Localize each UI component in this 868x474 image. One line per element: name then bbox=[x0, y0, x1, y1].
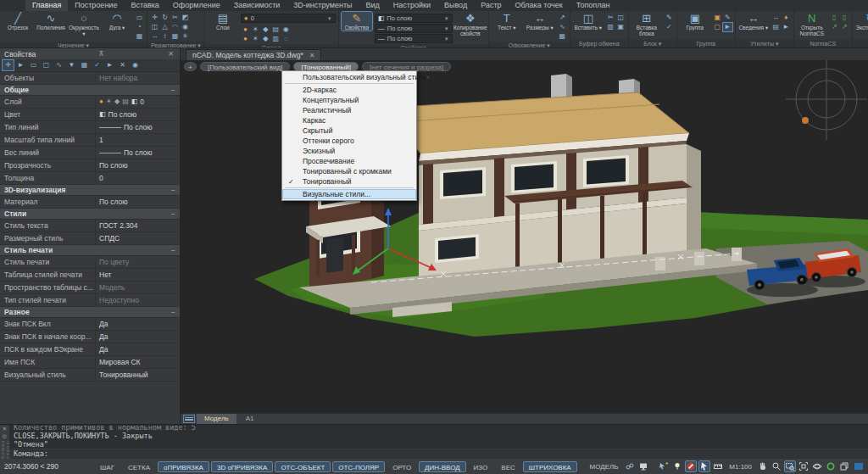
property-value[interactable]: Да bbox=[95, 331, 180, 343]
stretch-icon[interactable]: ↔ bbox=[150, 32, 159, 41]
mirror-icon[interactable]: △ bbox=[160, 23, 170, 31]
zoomext-icon[interactable] bbox=[798, 460, 810, 472]
rotate-icon[interactable]: ↻ bbox=[160, 14, 170, 22]
ribbon-button-pencil[interactable]: ✎Свойства bbox=[342, 12, 372, 31]
property-combo-0[interactable]: ◧По слою▼ bbox=[375, 14, 453, 23]
property-value[interactable]: Да bbox=[95, 318, 180, 330]
table-icon[interactable]: ▦ bbox=[558, 32, 567, 41]
toggle-ИЗО[interactable]: ИЗО bbox=[468, 461, 494, 472]
edge-icon[interactable] bbox=[852, 460, 864, 472]
block-edit-icon[interactable]: ✎ bbox=[665, 14, 674, 22]
menu-tab-Оформление[interactable]: Оформление bbox=[166, 0, 227, 11]
property-value[interactable]: Да bbox=[95, 343, 180, 355]
property-value[interactable]: По слою bbox=[95, 121, 180, 133]
property-section-Стиль печати[interactable]: Стиль печати− bbox=[0, 245, 180, 256]
ribbon-button-text[interactable]: TТекст ▾ bbox=[492, 12, 522, 31]
model-viewport[interactable]: +[Пользовательский вид][Тонированный][не… bbox=[181, 60, 868, 413]
property-value[interactable]: Модель bbox=[95, 282, 180, 293]
menu-item-Тонированный[interactable]: ✓Тонированный bbox=[282, 176, 416, 187]
collapse-icon[interactable]: − bbox=[171, 209, 175, 218]
command-prompt[interactable]: Команда: bbox=[9, 449, 868, 459]
toggle-ОРТО[interactable]: ОРТО bbox=[387, 461, 417, 472]
eye-icon[interactable]: ◉ bbox=[281, 25, 291, 34]
toggle-ОТС-ПОЛЯР[interactable]: ОТС-ПОЛЯР bbox=[332, 461, 385, 472]
bulbW-icon[interactable] bbox=[671, 460, 683, 472]
property-value[interactable]: ◧По слою bbox=[95, 109, 180, 120]
toggle-ВЕС[interactable]: ВЕС bbox=[495, 461, 520, 472]
property-value[interactable]: ГОСТ 2.304 bbox=[95, 220, 180, 231]
property-value[interactable]: По цвету bbox=[95, 256, 180, 268]
group-pick-icon[interactable]: ► bbox=[723, 23, 732, 31]
zoomwin-icon[interactable] bbox=[784, 460, 796, 472]
ncs-doc2-icon[interactable]: ▯ bbox=[840, 14, 849, 22]
sheets-icon[interactable] bbox=[838, 460, 850, 472]
filter-icon[interactable]: ▼ bbox=[66, 60, 77, 70]
copy-base-icon[interactable]: ▥ bbox=[606, 23, 615, 31]
menu-item-Просвечивание[interactable]: Просвечивание bbox=[282, 156, 416, 166]
property-value[interactable]: СПДС bbox=[95, 232, 180, 244]
pointer-icon[interactable]: ► bbox=[15, 60, 26, 70]
match-props-icon[interactable]: ✓ bbox=[92, 60, 103, 70]
order-icon[interactable]: ▤ bbox=[771, 23, 781, 31]
menu-tab-Растр[interactable]: Растр bbox=[474, 0, 508, 11]
select-sim-icon[interactable]: ► bbox=[782, 23, 791, 31]
collapse-icon[interactable]: − bbox=[171, 86, 175, 94]
property-value[interactable]: Недоступно bbox=[95, 294, 180, 306]
menu-tab-Построение[interactable]: Построение bbox=[68, 0, 124, 11]
layout-tab-Модель[interactable]: Модель bbox=[197, 414, 236, 424]
command-close-icon[interactable]: ✕ bbox=[3, 426, 8, 432]
menu-tab-Зависимости[interactable]: Зависимости bbox=[227, 0, 287, 11]
crossing-select-icon[interactable]: ▢ bbox=[41, 60, 52, 70]
move-icon[interactable]: ✛ bbox=[150, 14, 159, 22]
zoomdot-icon[interactable] bbox=[771, 460, 782, 472]
menu-tab-Настройки[interactable]: Настройки bbox=[387, 0, 437, 11]
viewport-pill-Пользовательский вид[interactable]: [Пользовательский вид] bbox=[200, 62, 290, 71]
property-section-3D-визуализация[interactable]: 3D-визуализация− bbox=[0, 185, 180, 196]
cut-icon[interactable]: ✂ bbox=[606, 14, 615, 22]
property-value[interactable]: По слою bbox=[95, 196, 180, 208]
layer-combo[interactable]: ●0▼ bbox=[241, 14, 336, 23]
ncs-doc-icon[interactable]: ▯ bbox=[830, 14, 839, 22]
toggle-ШАГ[interactable]: ШАГ bbox=[94, 461, 120, 472]
erase-icon[interactable]: ◩ bbox=[181, 14, 190, 22]
pointer-alt-icon[interactable]: ► bbox=[104, 60, 115, 70]
viewport-collapse-button[interactable]: + bbox=[184, 62, 197, 71]
menu-tab-Вставка[interactable]: Вставка bbox=[124, 0, 165, 11]
lock-icon[interactable]: ◆ bbox=[261, 25, 270, 34]
window-select-icon[interactable]: ▭ bbox=[28, 60, 39, 70]
link-icon[interactable] bbox=[624, 460, 636, 472]
group-add-icon[interactable]: ▢ bbox=[713, 23, 722, 31]
menu-tab-Облака точек[interactable]: Облака точек bbox=[509, 0, 570, 11]
menu-item-Скрытый[interactable]: Скрытый bbox=[282, 125, 416, 136]
property-section-Общие[interactable]: Общие− bbox=[0, 85, 180, 96]
plot-icon[interactable]: ▤ bbox=[271, 25, 281, 34]
menu-item-Оттенки серого[interactable]: Оттенки серого bbox=[282, 136, 416, 146]
menu-item-Тонированный с кромками[interactable]: Тонированный с кромками bbox=[282, 166, 416, 176]
ribbon-button-paste[interactable]: ◫Вставить ▾ bbox=[573, 12, 604, 31]
property-combo-2[interactable]: —По слою▼ bbox=[375, 34, 453, 43]
quick-select-icon[interactable]: ▦ bbox=[79, 60, 90, 70]
rect-tool-icon[interactable]: ▭ bbox=[135, 14, 144, 22]
hand-icon[interactable] bbox=[757, 460, 769, 472]
property-value[interactable]: Мировая СК bbox=[95, 356, 180, 368]
scale-icon[interactable]: ↕ bbox=[160, 32, 170, 41]
document-tab[interactable]: nCAD. Модель коттеджа 3D.dwg* ✕ bbox=[186, 49, 321, 60]
ribbon-button-circle[interactable]: ○Окружность ▾ bbox=[69, 12, 99, 36]
toggle-оПРИВЯЗКА[interactable]: оПРИВЯЗКА bbox=[158, 461, 209, 472]
copy-icon[interactable]: ◫ bbox=[616, 14, 626, 22]
cursorstar-icon[interactable] bbox=[658, 460, 670, 472]
menu-tab-Главная[interactable]: Главная bbox=[25, 0, 68, 11]
property-value[interactable]: Тонированный bbox=[95, 369, 180, 381]
menu-tab-3D-инструменты[interactable]: 3D-инструменты bbox=[287, 0, 359, 11]
fillet-icon[interactable]: ◠ bbox=[170, 23, 180, 31]
property-value[interactable]: По слою bbox=[95, 147, 180, 159]
pattern-tool-icon[interactable]: ▦ bbox=[135, 32, 144, 41]
ncs-up-icon[interactable]: ↗ bbox=[830, 23, 839, 31]
ribbon-button-group[interactable]: ▣Группа bbox=[680, 12, 710, 31]
property-value[interactable]: 1 bbox=[95, 134, 180, 146]
ruler-icon[interactable] bbox=[712, 460, 724, 472]
menu-tab-Топоплан[interactable]: Топоплан bbox=[570, 0, 617, 11]
trim-icon[interactable]: ✂ bbox=[170, 14, 180, 22]
menu-tab-Вывод[interactable]: Вывод bbox=[437, 0, 474, 11]
pin-icon[interactable]: ⊼ bbox=[97, 50, 105, 58]
